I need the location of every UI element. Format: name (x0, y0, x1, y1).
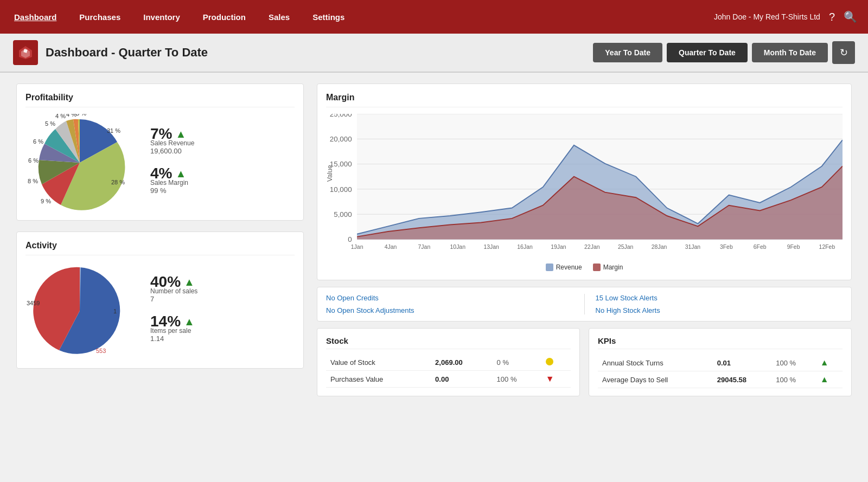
table-row: Value of Stock 2,069.00 0 % (326, 355, 571, 371)
kpi-table: Annual Stock Turns 0.01 100 % ▲ Average … (598, 355, 843, 388)
logo (13, 40, 38, 65)
kpi-value-1: 0.01 (713, 355, 771, 371)
svg-text:1: 1 (113, 308, 117, 314)
alerts-right: 15 Low Stock Alerts No High Stock Alerts (596, 294, 843, 314)
down-arrow: ▼ (546, 374, 554, 383)
alert-low-stock[interactable]: 15 Low Stock Alerts (596, 294, 843, 302)
activity-label2: Items per sale (150, 327, 197, 335)
up-arrow-1: ▲ (820, 358, 829, 367)
svg-text:19Jan: 19Jan (551, 243, 566, 250)
sales-margin-group: 4% ▲ Sales Margin 99 % (150, 165, 194, 195)
kpi-label-2: Average Days to Sell (598, 371, 713, 388)
left-panel: Profitability (16, 83, 304, 471)
alerts-divider (584, 294, 585, 314)
search-icon[interactable]: 🔍 (844, 10, 857, 23)
kpi-value-2: 29045.58 (713, 371, 771, 388)
margin-title: Margin (326, 93, 843, 107)
chart-legend: Revenue Margin (326, 264, 843, 271)
svg-text:3 %: 3 % (76, 114, 86, 117)
activity-arrow2: ▲ (184, 316, 195, 328)
svg-text:5 %: 5 % (45, 120, 55, 127)
activity-stats: 40% ▲ Number of sales 7 14% ▲ Items per … (145, 273, 197, 348)
nav-right: John Doe - My Red T-Shirts Ltd ? 🔍 (714, 10, 857, 23)
svg-text:13Jan: 13Jan (483, 243, 499, 250)
legend-revenue: Revenue (546, 264, 582, 271)
svg-text:12Feb: 12Feb (819, 243, 835, 250)
alert-no-open-credits[interactable]: No Open Credits (326, 294, 573, 302)
svg-text:28 %: 28 % (111, 179, 125, 185)
up-arrow-2: ▲ (820, 375, 829, 384)
header-buttons: Year To Date Quarter To Date Month To Da… (593, 41, 855, 64)
stock-indicator-1 (541, 355, 571, 371)
stock-table: Value of Stock 2,069.00 0 % Purchases Va… (326, 355, 571, 388)
profitability-pie: 31 % 28 % 9 % 8 % 6 % 6 % 5 % 4 % 4 % 3 … (25, 114, 134, 211)
nav-item-production[interactable]: Production (200, 10, 249, 24)
svg-text:7Jan: 7Jan (418, 243, 431, 250)
legend-revenue-dot (546, 264, 553, 271)
alert-no-high-stock[interactable]: No High Stock Alerts (596, 306, 843, 314)
alerts-card: No Open Credits No Open Stock Adjustment… (317, 287, 852, 322)
kpi-percent-1: 100 % (771, 355, 816, 371)
svg-text:5,000: 5,000 (334, 210, 352, 218)
margin-card: Margin 25,000 20,000 15,000 10,000 (317, 83, 852, 280)
nav-item-sales[interactable]: Sales (265, 10, 293, 24)
stock-value-2: 0.00 (431, 371, 493, 388)
nav-item-inventory[interactable]: Inventory (140, 10, 183, 24)
quarter-to-date-button[interactable]: Quarter To Date (667, 43, 748, 62)
month-to-date-button[interactable]: Month To Date (752, 43, 828, 62)
nav-item-dashboard[interactable]: Dashboard (11, 10, 60, 24)
kpi-percent-2: 100 % (771, 371, 816, 388)
svg-text:6 %: 6 % (33, 138, 43, 145)
profitability-label1: Sales Revenue (150, 139, 194, 147)
kpi-card: KPIs Annual Stock Turns 0.01 100 % ▲ Ave… (589, 328, 852, 396)
svg-text:4 %: 4 % (55, 114, 66, 119)
stock-percent-1: 0 % (493, 355, 541, 371)
legend-margin-dot (593, 264, 601, 271)
activity-arrow1: ▲ (184, 276, 195, 288)
table-row: Average Days to Sell 29045.58 100 % ▲ (598, 371, 843, 388)
svg-text:28Jan: 28Jan (652, 243, 667, 250)
year-to-date-button[interactable]: Year To Date (593, 43, 662, 62)
yellow-dot (546, 358, 553, 365)
nav-left: Dashboard Purchases Inventory Production… (11, 10, 348, 24)
items-per-sale-group: 14% ▲ Items per sale 1.14 (150, 313, 197, 343)
svg-text:6 %: 6 % (28, 157, 39, 164)
profitability-value2: 99 % (150, 187, 194, 195)
nav-item-settings[interactable]: Settings (309, 10, 348, 24)
svg-text:4Jan: 4Jan (385, 243, 397, 250)
svg-text:Value: Value (326, 165, 334, 182)
svg-text:10,000: 10,000 (330, 185, 352, 194)
activity-card: Activity 3459 1 553 (16, 232, 304, 369)
svg-text:3Feb: 3Feb (720, 243, 733, 250)
bottom-row: Stock Value of Stock 2,069.00 0 % Purcha… (317, 328, 852, 396)
num-sales-group: 40% ▲ Number of sales 7 (150, 273, 197, 303)
kpi-title: KPIs (598, 336, 843, 349)
svg-text:6Feb: 6Feb (754, 243, 767, 250)
svg-text:553: 553 (96, 348, 106, 354)
margin-chart: 25,000 20,000 15,000 10,000 5,000 0 Valu… (326, 114, 843, 260)
help-icon[interactable]: ? (829, 11, 835, 23)
nav-user[interactable]: John Doe - My Red T-Shirts Ltd (714, 12, 820, 21)
stock-card: Stock Value of Stock 2,069.00 0 % Purcha… (317, 328, 580, 396)
svg-text:31Jan: 31Jan (685, 243, 701, 250)
kpi-indicator-2: ▲ (816, 371, 843, 388)
header-left: Dashboard - Quarter To Date (13, 40, 208, 65)
activity-inner: 3459 1 553 40% ▲ Number of sales 7 (25, 262, 295, 359)
table-row: Annual Stock Turns 0.01 100 % ▲ (598, 355, 843, 371)
svg-text:8 %: 8 % (28, 178, 38, 184)
kpi-label-1: Annual Stock Turns (598, 355, 713, 371)
right-panel: Margin 25,000 20,000 15,000 10,000 (317, 83, 852, 471)
stock-percent-2: 100 % (493, 371, 541, 388)
nav-item-purchases[interactable]: Purchases (76, 10, 124, 24)
svg-text:20,000: 20,000 (330, 135, 352, 143)
svg-text:3459: 3459 (27, 300, 40, 306)
stock-indicator-2: ▼ (541, 371, 571, 388)
profitability-inner: 31 % 28 % 9 % 8 % 6 % 6 % 5 % 4 % 4 % 3 … (25, 114, 295, 211)
alerts-left: No Open Credits No Open Stock Adjustment… (326, 294, 573, 314)
page-title: Dashboard - Quarter To Date (46, 46, 208, 60)
kpi-indicator-1: ▲ (816, 355, 843, 371)
svg-text:25Jan: 25Jan (618, 243, 634, 250)
alert-no-open-stock-adj[interactable]: No Open Stock Adjustments (326, 306, 573, 314)
refresh-button[interactable]: ↻ (832, 41, 855, 64)
svg-text:4 %: 4 % (66, 114, 76, 118)
